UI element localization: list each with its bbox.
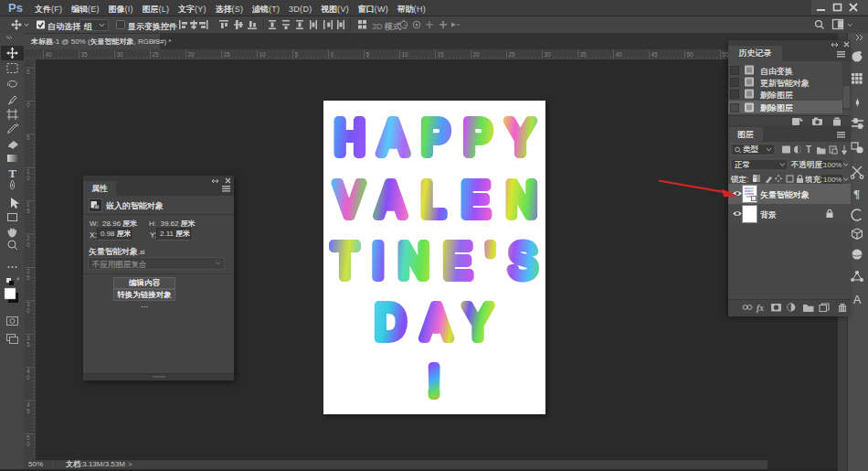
svg-text:VALEN: VALEN	[335, 174, 537, 226]
svg-text:T: T	[8, 166, 16, 180]
svg-text:1: 1	[26, 168, 30, 175]
svg-text:0: 0	[26, 175, 30, 181]
svg-text:¶: ¶	[853, 187, 860, 200]
svg-text:5: 5	[26, 341, 30, 348]
svg-text:TINE'S: TINE'S	[332, 235, 536, 287]
svg-text:5: 5	[26, 434, 30, 441]
svg-text:3: 3	[26, 335, 30, 341]
svg-text:35: 35	[580, 51, 587, 58]
svg-text:10: 10	[402, 51, 409, 58]
svg-text:25: 25	[153, 51, 160, 58]
svg-text:5: 5	[295, 51, 299, 58]
svg-text:20: 20	[473, 51, 481, 58]
svg-text:25: 25	[509, 51, 516, 58]
svg-text:0: 0	[26, 241, 30, 248]
svg-text:4: 4	[26, 401, 30, 408]
svg-text:DAY: DAY	[376, 296, 492, 348]
svg-text:3: 3	[26, 301, 30, 307]
svg-text:10: 10	[259, 51, 267, 58]
svg-text:fx: fx	[757, 304, 764, 313]
svg-text:40: 40	[46, 51, 53, 58]
svg-text:0: 0	[331, 51, 334, 58]
svg-text:15: 15	[224, 51, 231, 58]
svg-text:40: 40	[616, 51, 623, 58]
svg-text:4: 4	[26, 368, 30, 374]
svg-text:0: 0	[26, 102, 30, 108]
svg-text:0: 0	[26, 441, 30, 447]
svg-text:30: 30	[545, 51, 552, 58]
svg-text:5: 5	[26, 408, 30, 414]
svg-text:35: 35	[81, 51, 89, 58]
svg-text:30: 30	[117, 51, 124, 58]
svg-text:!: !	[429, 359, 439, 403]
svg-text:5: 5	[366, 51, 370, 58]
svg-text:1: 1	[26, 201, 30, 208]
svg-text:20: 20	[188, 51, 196, 58]
svg-text:A: A	[853, 293, 862, 306]
svg-text:0: 0	[26, 307, 30, 314]
svg-text:5: 5	[26, 208, 30, 214]
svg-text:5: 5	[26, 134, 30, 141]
svg-text:2: 2	[26, 235, 30, 241]
svg-text:45: 45	[651, 51, 659, 58]
svg-text:5: 5	[26, 274, 30, 281]
svg-text:2: 2	[26, 268, 30, 274]
svg-text:T: T	[806, 145, 811, 155]
svg-text:0: 0	[26, 374, 30, 380]
svg-text:5: 5	[26, 69, 30, 75]
svg-text:HAPPY: HAPPY	[334, 112, 535, 164]
svg-text:50: 50	[687, 51, 694, 58]
svg-text:15: 15	[438, 51, 445, 58]
